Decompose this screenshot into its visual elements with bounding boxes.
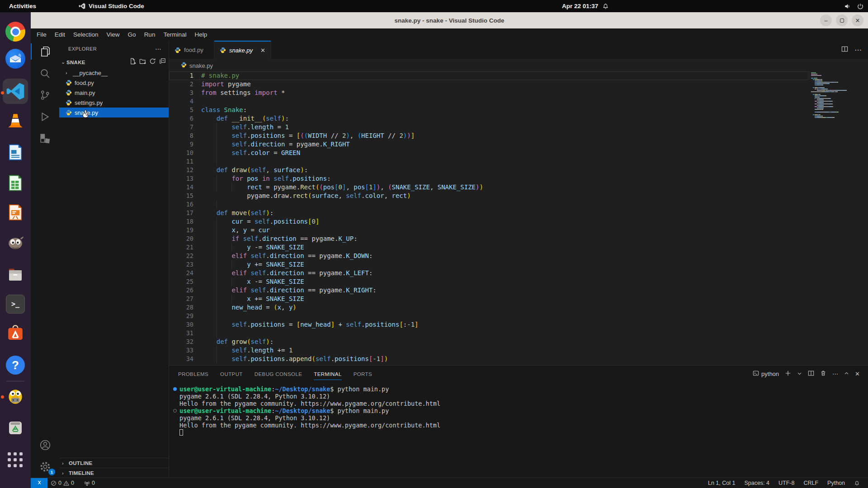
outline-section[interactable]: › OUTLINE — [59, 458, 169, 468]
file-item-main-py[interactable]: main.py — [59, 88, 169, 98]
indent-guide — [217, 355, 217, 363]
focused-app-indicator[interactable]: Visual Studio Code — [79, 3, 144, 9]
status-ln-1-col-1[interactable]: Ln 1, Col 1 — [703, 480, 740, 486]
shell-selector[interactable]: python — [753, 370, 779, 378]
indent-guide — [217, 320, 217, 329]
tab-snake-py[interactable]: snake.py✕ — [214, 41, 271, 60]
command-decoration[interactable] — [173, 409, 177, 413]
minimap-seg — [817, 83, 821, 84]
new-terminal-icon[interactable] — [785, 370, 791, 378]
close-button[interactable]: ✕ — [852, 14, 863, 26]
dock-pygame-app[interactable] — [5, 386, 26, 408]
minimap[interactable] — [811, 72, 861, 118]
panel-tab-debug-console[interactable]: DEBUG CONSOLE — [255, 366, 302, 382]
restore-button[interactable] — [836, 14, 848, 26]
collapse-folders-icon[interactable] — [159, 58, 166, 66]
new-folder-icon[interactable] — [139, 58, 146, 66]
terminal-dropdown-icon[interactable] — [797, 371, 802, 377]
volume-icon — [844, 3, 851, 9]
code-text: self.length = 1 — [201, 123, 289, 131]
split-editor-icon[interactable] — [841, 46, 848, 54]
status-python[interactable]: Python — [823, 480, 849, 486]
dock-files[interactable] — [5, 263, 26, 285]
new-file-icon[interactable] — [129, 58, 136, 66]
file-item-settings-py[interactable]: settings.py — [59, 98, 169, 108]
more-actions-icon[interactable]: ⋯ — [854, 46, 862, 54]
code-line-11: 11 — [169, 157, 809, 166]
tab-food-py[interactable]: food.py — [169, 41, 214, 59]
code-text: import pygame — [201, 80, 251, 89]
indent-guide — [217, 295, 217, 303]
problems-status[interactable]: 0 0 — [47, 478, 77, 488]
menu-file[interactable]: File — [33, 30, 51, 39]
dock-libreoffice-calc[interactable] — [5, 172, 26, 194]
menu-edit[interactable]: Edit — [51, 30, 69, 39]
dock-gimp[interactable] — [5, 232, 26, 253]
split-terminal-icon[interactable] — [808, 370, 814, 378]
notifications-bell-icon[interactable] — [849, 480, 864, 486]
activity-source-control-icon[interactable] — [31, 84, 59, 106]
activity-extensions-icon[interactable] — [31, 127, 59, 149]
kill-terminal-icon[interactable] — [820, 370, 826, 378]
terminal-cursor — [179, 429, 183, 436]
close-panel-icon[interactable]: ✕ — [855, 371, 860, 377]
panel-tab-output[interactable]: OUTPUT — [220, 366, 243, 382]
timeline-section[interactable]: › TIMELINE — [59, 468, 169, 478]
menu-view[interactable]: View — [103, 30, 124, 39]
breadcrumb[interactable]: snake.py — [169, 60, 868, 71]
dock-help[interactable]: ? — [5, 354, 26, 376]
activity-settings-icon[interactable]: 1 — [31, 456, 59, 478]
dock-ubuntu-software[interactable] — [5, 323, 26, 344]
dock-libreoffice-writer[interactable] — [5, 141, 26, 163]
sidebar-more-actions-icon[interactable]: ⋯ — [155, 45, 161, 52]
file-item-snake-py[interactable]: snake.py — [59, 108, 169, 117]
dock-libreoffice-impress[interactable] — [5, 202, 26, 223]
dock-vlc[interactable] — [5, 110, 26, 132]
system-tray[interactable] — [844, 0, 863, 12]
folder-section-header[interactable]: ⌄ SNAKE — [59, 56, 169, 68]
panel-tab-terminal[interactable]: TERMINAL — [314, 366, 341, 382]
panel-more-icon[interactable]: ⋯ — [832, 371, 838, 377]
line-number: 27 — [169, 295, 193, 303]
python-file-icon — [220, 47, 226, 53]
menu-help[interactable]: Help — [190, 30, 211, 39]
menu-run[interactable]: Run — [140, 30, 160, 39]
dock-terminal[interactable]: >_ — [5, 293, 26, 315]
file-item--pycache-[interactable]: ›__pycache__ — [59, 68, 169, 78]
dock-thunderbird[interactable] — [5, 48, 26, 70]
file-item-food-py[interactable]: food.py — [59, 78, 169, 88]
terminal-output[interactable]: user@user-virtual-machine:~/Desktop/snak… — [169, 382, 868, 478]
menu-selection[interactable]: Selection — [69, 30, 103, 39]
menu-go[interactable]: Go — [124, 30, 140, 39]
window-title-bar[interactable]: snake.py - snake - Visual Studio Code – … — [31, 12, 868, 28]
command-success-decoration[interactable] — [173, 387, 177, 391]
refresh-icon[interactable] — [149, 58, 156, 66]
status-crlf[interactable]: CRLF — [799, 480, 823, 486]
minimap-seg — [818, 97, 820, 98]
clock-area[interactable]: Apr 22 01:37 — [562, 0, 609, 12]
menu-terminal[interactable]: Terminal — [159, 30, 190, 39]
status-utf-8[interactable]: UTF-8 — [774, 480, 799, 486]
panel-tab-problems[interactable]: PROBLEMS — [178, 366, 208, 382]
python-file-icon — [66, 80, 72, 86]
status-spaces-4[interactable]: Spaces: 4 — [740, 480, 774, 486]
remote-indicator[interactable] — [31, 478, 47, 488]
activity-accounts-icon[interactable] — [31, 434, 59, 456]
maximize-panel-icon[interactable] — [844, 371, 849, 377]
activity-explorer-icon[interactable] — [31, 41, 59, 62]
activity-search-icon[interactable] — [31, 62, 59, 84]
tab-close-icon[interactable]: ✕ — [260, 47, 265, 54]
dock-trash[interactable] — [5, 417, 26, 439]
indent-guide — [217, 252, 217, 260]
dock-app-grid[interactable] — [5, 449, 26, 471]
activities-button[interactable]: Activities — [6, 2, 39, 10]
dock-google-chrome[interactable] — [5, 21, 26, 42]
code-line-33: 33 self.length += 1 — [169, 346, 809, 355]
activity-run-debug-icon[interactable] — [31, 106, 59, 127]
code-line-6: 6 def __init__(self): — [169, 114, 809, 123]
ports-status[interactable]: 0 — [81, 478, 98, 488]
minimize-button[interactable]: – — [820, 14, 832, 26]
file-item-label: food.py — [75, 80, 94, 86]
code-editor[interactable]: 1# snake.py2import pygame3from settings … — [169, 71, 868, 365]
panel-tab-ports[interactable]: PORTS — [354, 366, 372, 382]
